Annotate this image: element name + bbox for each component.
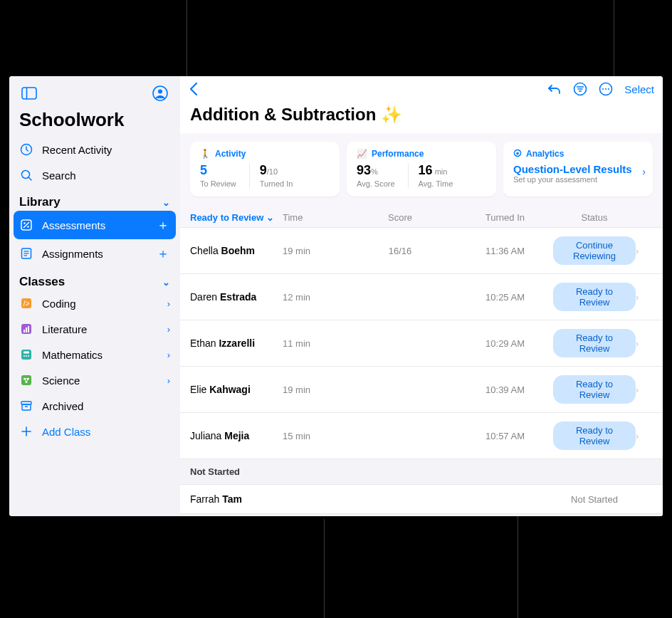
sidebar-class-item[interactable]: Mathematics› — [9, 342, 180, 367]
back-button[interactable] — [189, 82, 199, 96]
select-button[interactable]: Select — [624, 83, 654, 95]
sidebar-add-class[interactable]: Add Class — [9, 419, 180, 444]
turned-cell: 10:29 AM — [439, 338, 525, 349]
filter-button[interactable] — [573, 82, 587, 96]
svg-text:/>: /> — [23, 300, 30, 308]
sidebar-class-item[interactable]: Literature› — [9, 316, 180, 342]
sidebar-assignments[interactable]: Assignments ＋ — [9, 239, 180, 268]
stat-sub: % — [371, 167, 378, 176]
undo-button[interactable] — [547, 83, 562, 95]
score-cell: 16/16 — [361, 246, 439, 256]
more-button[interactable] — [599, 82, 613, 96]
table-header: Ready to Review ⌄ Time Score Turned In S… — [180, 205, 663, 227]
col-header-status[interactable]: Status — [525, 212, 636, 223]
svg-rect-26 — [21, 375, 31, 385]
svg-point-44 — [605, 88, 607, 90]
section-label: Library — [19, 195, 61, 209]
col-header-turned[interactable]: Turned In — [439, 212, 525, 223]
sidebar-section-classes[interactable]: Classes ⌄ — [9, 268, 180, 290]
card-label: Performance — [372, 149, 424, 159]
status-cell: Ready to Review — [525, 375, 636, 404]
time-cell: 12 min — [283, 292, 361, 303]
table-row[interactable]: Juliana Mejia 15 min 10:57 AM Ready to R… — [180, 412, 663, 459]
svg-rect-21 — [21, 350, 31, 360]
sidebar: Schoolwork Recent Activity Search Librar… — [9, 76, 180, 516]
time-cell: 11 min — [283, 338, 361, 349]
turned-cell: 10:57 AM — [439, 431, 525, 441]
status-pill[interactable]: Ready to Review — [553, 421, 636, 450]
status-pill[interactable]: Continue Reviewing — [553, 236, 636, 265]
sidebar-item-label: Coding — [42, 298, 159, 310]
card-label: Activity — [215, 149, 246, 159]
turned-cell: 11:36 AM — [439, 246, 525, 256]
sidebar-item-label: Assessments — [42, 219, 147, 231]
analytics-title: Question-Level Results — [513, 163, 643, 175]
chevron-down-icon[interactable]: ⌄ — [162, 277, 170, 288]
col-header-name[interactable]: Ready to Review ⌄ — [190, 212, 283, 223]
svg-point-8 — [23, 222, 25, 224]
analytics-card[interactable]: ⦿Analytics Question-Level Results Set up… — [503, 142, 653, 197]
app-title: Schoolwork — [9, 106, 180, 137]
app-window: Schoolwork Recent Activity Search Librar… — [9, 76, 663, 516]
col-header-score[interactable]: Score — [361, 212, 439, 223]
status-pill[interactable]: Ready to Review — [553, 329, 636, 357]
class-icon — [19, 322, 33, 336]
status-pill[interactable]: Ready to Review — [553, 283, 636, 311]
table-row[interactable]: Daren Estrada 12 min 10:25 AM Ready to R… — [180, 273, 663, 320]
sidebar-assessments[interactable]: Assessments ＋ — [14, 211, 176, 239]
list-icon — [19, 246, 33, 261]
sidebar-item-label: Recent Activity — [42, 144, 170, 156]
student-name: Ethan Izzarelli — [190, 337, 283, 349]
svg-point-24 — [26, 355, 27, 357]
svg-rect-0 — [22, 88, 36, 99]
sidebar-item-label: Science — [42, 375, 159, 387]
analytics-icon: ⦿ — [513, 149, 522, 159]
stat-value: 9 — [260, 163, 267, 177]
chevron-right-icon: › — [636, 246, 653, 256]
clock-icon — [19, 142, 33, 157]
stat-label: Avg. Score — [357, 179, 395, 188]
plus-icon[interactable]: ＋ — [156, 216, 170, 234]
table-row[interactable]: Elie Kahwagi 19 min 10:39 AM Ready to Re… — [180, 366, 663, 412]
chevron-right-icon: › — [167, 375, 170, 386]
page-title: Addition & Subtraction ✨ — [180, 102, 663, 133]
chevron-right-icon: › — [636, 431, 653, 441]
svg-point-25 — [28, 355, 29, 357]
svg-point-3 — [158, 90, 162, 94]
table-row[interactable]: Farrah Tam Not Started — [180, 484, 663, 513]
table-row[interactable]: Chella Boehm 19 min 16/16 11:36 AM Conti… — [180, 227, 663, 273]
chevron-right-icon: › — [167, 298, 170, 309]
person-icon: 🚶 — [200, 149, 211, 159]
chart-icon: 📈 — [357, 149, 367, 159]
plus-icon — [19, 424, 33, 439]
svg-point-45 — [608, 88, 609, 90]
col-header-time[interactable]: Time — [283, 212, 361, 223]
table-row[interactable]: Ethan Izzarelli 11 min 10:29 AM Ready to… — [180, 320, 663, 366]
sidebar-recent[interactable]: Recent Activity — [9, 137, 180, 162]
svg-rect-20 — [28, 326, 29, 332]
section-reviewed: Reviewed — [180, 513, 663, 516]
student-name: Juliana Mejia — [190, 430, 283, 441]
sidebar-item-label: Add Class — [42, 426, 170, 438]
profile-icon[interactable] — [150, 83, 170, 103]
sidebar-archived[interactable]: Archived — [9, 393, 180, 419]
sidebar-class-item[interactable]: Science› — [9, 367, 180, 393]
stat-label: Avg. Time — [419, 179, 453, 188]
sidebar-item-label: Literature — [42, 323, 159, 335]
card-label: Analytics — [526, 149, 564, 159]
sidebar-section-library[interactable]: Library ⌄ — [9, 188, 180, 211]
chevron-right-icon: › — [636, 384, 653, 395]
sidebar-class-item[interactable]: />Coding› — [9, 290, 180, 316]
chevron-down-icon: ⌄ — [266, 212, 274, 223]
plus-icon[interactable]: ＋ — [156, 245, 170, 262]
class-icon — [19, 373, 33, 387]
toggle-sidebar-icon[interactable] — [19, 83, 39, 103]
sidebar-search[interactable]: Search — [9, 162, 180, 188]
status-pill[interactable]: Ready to Review — [553, 375, 636, 404]
sidebar-item-label: Assignments — [42, 248, 147, 260]
svg-rect-22 — [23, 352, 29, 354]
chevron-down-icon[interactable]: ⌄ — [162, 197, 170, 208]
svg-line-6 — [28, 177, 31, 180]
summary-cards: 🚶Activity 5 To Review 9/10 Turned In 📈Pe… — [180, 133, 663, 205]
student-name: Farrah Tam — [190, 493, 283, 505]
